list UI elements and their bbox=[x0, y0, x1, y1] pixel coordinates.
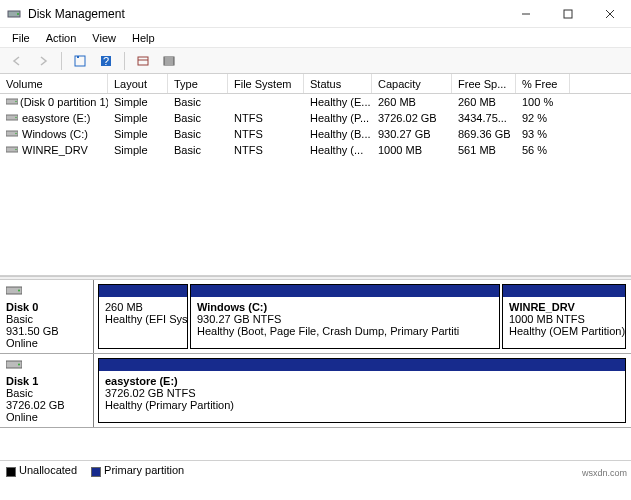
disk-info[interactable]: Disk 1Basic3726.02 GBOnline bbox=[0, 354, 94, 427]
disk-partitions: easystore (E:)3726.02 GB NTFSHealthy (Pr… bbox=[94, 354, 631, 427]
volume-row[interactable]: (Disk 0 partition 1)SimpleBasicHealthy (… bbox=[0, 94, 631, 110]
volume-name: easystore (E:) bbox=[22, 112, 90, 124]
partition-box[interactable]: WINRE_DRV1000 MB NTFSHealthy (OEM Partit… bbox=[502, 284, 626, 349]
disk-row: Disk 0Basic931.50 GBOnline260 MBHealthy … bbox=[0, 280, 631, 354]
volume-status: Healthy (B... bbox=[304, 126, 372, 142]
disk-type: Basic bbox=[6, 387, 87, 399]
svg-point-1 bbox=[17, 13, 19, 15]
volume-name: WINRE_DRV bbox=[22, 144, 88, 156]
partition-name: Windows (C:) bbox=[197, 301, 493, 313]
svg-point-19 bbox=[15, 117, 16, 118]
list-button[interactable] bbox=[158, 50, 180, 72]
close-button[interactable] bbox=[589, 1, 631, 27]
disk-size: 3726.02 GB bbox=[6, 399, 87, 411]
partition-color-bar bbox=[191, 285, 499, 297]
volume-free: 561 MB bbox=[452, 142, 516, 158]
watermark: wsxdn.com bbox=[582, 468, 627, 478]
app-icon bbox=[6, 6, 22, 22]
svg-rect-10 bbox=[138, 57, 148, 65]
volume-row[interactable]: easystore (E:)SimpleBasicNTFSHealthy (P.… bbox=[0, 110, 631, 126]
menu-action[interactable]: Action bbox=[38, 30, 85, 46]
volume-fs: NTFS bbox=[228, 110, 304, 126]
toolbar-divider bbox=[124, 52, 125, 70]
legend: Unallocated Primary partition bbox=[0, 460, 631, 480]
volume-pct-free: 93 % bbox=[516, 126, 570, 142]
volume-fs bbox=[228, 94, 304, 110]
svg-point-21 bbox=[15, 133, 16, 134]
volume-free: 3434.75... bbox=[452, 110, 516, 126]
volume-status: Healthy (P... bbox=[304, 110, 372, 126]
partition-box[interactable]: Windows (C:)930.27 GB NTFSHealthy (Boot,… bbox=[190, 284, 500, 349]
volume-row[interactable]: Windows (C:)SimpleBasicNTFSHealthy (B...… bbox=[0, 126, 631, 142]
col-status[interactable]: Status bbox=[304, 74, 372, 93]
disk-graphical-view: Disk 0Basic931.50 GBOnline260 MBHealthy … bbox=[0, 280, 631, 460]
disk-icon bbox=[6, 284, 87, 299]
partition-status: Healthy (Boot, Page File, Crash Dump, Pr… bbox=[197, 325, 493, 337]
partition-color-bar bbox=[99, 359, 625, 371]
disk-name: Disk 0 bbox=[6, 301, 87, 313]
partition-name: WINRE_DRV bbox=[509, 301, 619, 313]
toolbar-divider bbox=[61, 52, 62, 70]
volume-pct-free: 56 % bbox=[516, 142, 570, 158]
svg-point-23 bbox=[15, 149, 16, 150]
volume-type: Basic bbox=[168, 110, 228, 126]
partition-status: Healthy (EFI System bbox=[105, 313, 181, 325]
toolbar: ? bbox=[0, 48, 631, 74]
drive-icon bbox=[6, 128, 20, 140]
forward-button bbox=[32, 50, 54, 72]
settings-button[interactable] bbox=[132, 50, 154, 72]
disk-icon bbox=[6, 358, 87, 373]
disk-state: Online bbox=[6, 337, 87, 349]
disk-type: Basic bbox=[6, 313, 87, 325]
col-type[interactable]: Type bbox=[168, 74, 228, 93]
volume-layout: Simple bbox=[108, 126, 168, 142]
help-button[interactable]: ? bbox=[95, 50, 117, 72]
volume-pct-free: 92 % bbox=[516, 110, 570, 126]
disk-partitions: 260 MBHealthy (EFI SystemWindows (C:)930… bbox=[94, 280, 631, 353]
menu-view[interactable]: View bbox=[84, 30, 124, 46]
svg-point-27 bbox=[18, 364, 20, 366]
col-capacity[interactable]: Capacity bbox=[372, 74, 452, 93]
volume-free: 869.36 GB bbox=[452, 126, 516, 142]
partition-box[interactable]: easystore (E:)3726.02 GB NTFSHealthy (Pr… bbox=[98, 358, 626, 423]
disk-size: 931.50 GB bbox=[6, 325, 87, 337]
title-bar: Disk Management bbox=[0, 0, 631, 28]
menu-file[interactable]: File bbox=[4, 30, 38, 46]
partition-status: Healthy (OEM Partition) bbox=[509, 325, 619, 337]
volume-capacity: 260 MB bbox=[372, 94, 452, 110]
disk-state: Online bbox=[6, 411, 87, 423]
volume-capacity: 930.27 GB bbox=[372, 126, 452, 142]
partition-box[interactable]: 260 MBHealthy (EFI System bbox=[98, 284, 188, 349]
svg-rect-7 bbox=[77, 56, 79, 58]
volume-layout: Simple bbox=[108, 94, 168, 110]
volume-row[interactable]: WINRE_DRVSimpleBasicNTFSHealthy (...1000… bbox=[0, 142, 631, 158]
partition-size: 930.27 GB NTFS bbox=[197, 313, 493, 325]
volume-fs: NTFS bbox=[228, 142, 304, 158]
partition-size: 260 MB bbox=[105, 301, 181, 313]
col-layout[interactable]: Layout bbox=[108, 74, 168, 93]
svg-rect-3 bbox=[564, 10, 572, 18]
svg-point-17 bbox=[15, 101, 16, 102]
volume-list[interactable]: (Disk 0 partition 1)SimpleBasicHealthy (… bbox=[0, 94, 631, 276]
menu-help[interactable]: Help bbox=[124, 30, 163, 46]
volume-free: 260 MB bbox=[452, 94, 516, 110]
partition-status: Healthy (Primary Partition) bbox=[105, 399, 619, 411]
refresh-button[interactable] bbox=[69, 50, 91, 72]
volume-name: Windows (C:) bbox=[22, 128, 88, 140]
volume-layout: Simple bbox=[108, 110, 168, 126]
col-filesystem[interactable]: File System bbox=[228, 74, 304, 93]
col-pct-free[interactable]: % Free bbox=[516, 74, 570, 93]
volume-capacity: 1000 MB bbox=[372, 142, 452, 158]
window-title: Disk Management bbox=[28, 7, 125, 21]
partition-color-bar bbox=[503, 285, 625, 297]
col-volume[interactable]: Volume bbox=[0, 74, 108, 93]
minimize-button[interactable] bbox=[505, 1, 547, 27]
back-button bbox=[6, 50, 28, 72]
volume-capacity: 3726.02 GB bbox=[372, 110, 452, 126]
maximize-button[interactable] bbox=[547, 1, 589, 27]
svg-rect-6 bbox=[75, 56, 85, 66]
volume-status: Healthy (E... bbox=[304, 94, 372, 110]
volume-layout: Simple bbox=[108, 142, 168, 158]
disk-info[interactable]: Disk 0Basic931.50 GBOnline bbox=[0, 280, 94, 353]
col-free-space[interactable]: Free Sp... bbox=[452, 74, 516, 93]
